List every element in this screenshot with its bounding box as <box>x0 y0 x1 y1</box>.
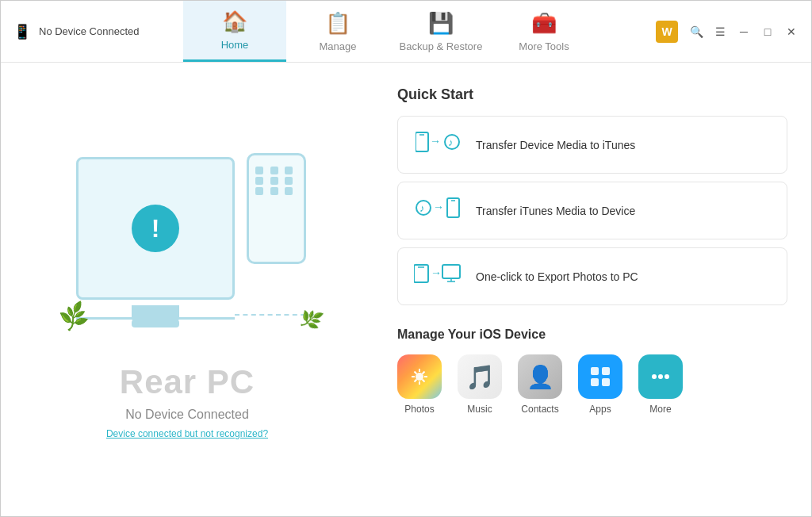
exclamation-icon: ! <box>132 205 179 252</box>
svg-text:♪: ♪ <box>419 202 425 214</box>
minimize-button[interactable]: ─ <box>733 21 754 42</box>
svg-text:→: → <box>433 201 444 213</box>
device-icon: 📱 <box>13 23 31 40</box>
phone-dot <box>285 187 293 195</box>
svg-line-25 <box>415 380 417 382</box>
music-label: Music <box>467 404 492 415</box>
phone-dot <box>270 187 278 195</box>
svg-rect-27 <box>602 367 610 375</box>
svg-rect-13 <box>442 265 460 278</box>
logo-button[interactable]: W <box>656 21 678 43</box>
monitor-illustration: ! <box>76 157 235 300</box>
device-illustration: ! 🌿 <box>44 141 330 363</box>
transfer-to-itunes-card[interactable]: → ♪ Transfer Device Media to iTunes <box>397 116 787 174</box>
tab-manage[interactable]: 📋 Manage <box>286 1 389 62</box>
svg-line-23 <box>423 380 425 382</box>
svg-line-24 <box>423 372 425 374</box>
nav-tabs: 🏠 Home 📋 Manage 💾 Backup & Restore 🧰 Mor… <box>183 1 656 62</box>
tab-moretools-label: More Tools <box>519 40 569 52</box>
main-content: ! 🌿 <box>1 63 811 517</box>
svg-point-31 <box>658 374 663 379</box>
phone-grid <box>249 155 304 201</box>
phone-illustration <box>247 153 306 264</box>
svg-text:♪: ♪ <box>448 136 454 148</box>
export-photos-icon: → <box>414 261 462 292</box>
manage-ios-title: Manage Your iOS Device <box>397 327 787 342</box>
left-panel: ! 🌿 <box>1 63 373 517</box>
quick-start-cards: → ♪ Transfer Device Media to iTunes ♪ <box>397 116 787 305</box>
photos-icon <box>397 354 442 399</box>
svg-line-22 <box>415 372 417 374</box>
more-label: More <box>649 404 671 415</box>
svg-point-32 <box>665 374 669 379</box>
svg-rect-28 <box>591 378 599 386</box>
title-bar: 📱 No Device Connected 🏠 Home 📋 Manage 💾 … <box>1 1 811 63</box>
svg-rect-29 <box>602 378 610 386</box>
menu-button[interactable]: ☰ <box>710 21 730 42</box>
leaf-right-decoration: 🌿 <box>297 306 324 333</box>
ios-music-item[interactable]: 🎵 Music <box>458 354 502 415</box>
apps-icon <box>578 354 622 399</box>
transfer-to-itunes-icon: → ♪ <box>414 129 462 160</box>
ios-icons-row: Photos 🎵 Music 👤 Contacts <box>397 354 787 415</box>
window-controls: W 🔍 ☰ ─ □ ✕ <box>656 1 811 62</box>
phone-dot <box>285 167 293 174</box>
tab-home-label: Home <box>221 39 249 51</box>
apps-label: Apps <box>589 404 611 415</box>
device-not-recognized-link[interactable]: Device connected but not recognized? <box>106 428 268 439</box>
transfer-from-itunes-card[interactable]: ♪ → Transfer iTunes Media to Device <box>397 182 787 239</box>
ios-more-item[interactable]: More <box>638 354 683 415</box>
monitor-base <box>132 320 179 327</box>
phone-dot <box>255 187 263 195</box>
transfer-from-itunes-text: Transfer iTunes Media to Device <box>476 205 635 217</box>
svg-point-30 <box>652 374 657 379</box>
svg-text:→: → <box>431 266 442 279</box>
ios-photos-item[interactable]: Photos <box>397 354 442 415</box>
quick-start-title: Quick Start <box>397 86 787 103</box>
phone-dot <box>270 167 278 174</box>
phone-dot <box>285 177 293 185</box>
contacts-label: Contacts <box>521 404 558 415</box>
pc-label: Rear PC <box>120 363 255 401</box>
device-status-text: No Device Connected <box>39 25 139 37</box>
transfer-to-itunes-text: Transfer Device Media to iTunes <box>476 139 635 151</box>
export-photos-card[interactable]: → One-click to Export Photos to PC <box>397 247 787 305</box>
monitor-stand <box>76 310 235 320</box>
tab-backup[interactable]: 💾 Backup & Restore <box>389 1 492 62</box>
maximize-button[interactable]: □ <box>757 21 778 42</box>
close-button[interactable]: ✕ <box>781 21 802 42</box>
svg-rect-26 <box>591 367 599 375</box>
music-icon: 🎵 <box>458 354 502 399</box>
tab-manage-label: Manage <box>320 40 357 52</box>
tab-home[interactable]: 🏠 Home <box>183 1 286 62</box>
no-device-text: No Device Connected <box>125 408 249 422</box>
phone-dot <box>255 167 263 174</box>
manage-icon: 📋 <box>325 11 350 36</box>
more-icon <box>638 354 683 399</box>
tab-backup-label: Backup & Restore <box>400 40 483 52</box>
phone-dot <box>255 177 263 185</box>
export-photos-text: One-click to Export Photos to PC <box>476 270 638 283</box>
svg-text:→: → <box>430 135 441 147</box>
phone-dot <box>270 177 278 185</box>
device-status-area: 📱 No Device Connected <box>1 23 183 40</box>
backup-icon: 💾 <box>428 11 454 36</box>
ios-apps-item[interactable]: Apps <box>578 354 622 415</box>
contacts-icon: 👤 <box>518 354 562 399</box>
photos-label: Photos <box>404 404 434 415</box>
home-icon: 🏠 <box>222 10 247 34</box>
tab-moretools[interactable]: 🧰 More Tools <box>492 1 596 62</box>
leaf-left-decoration: 🌿 <box>56 300 91 334</box>
right-panel: Quick Start → ♪ Transfer Devi <box>373 63 811 517</box>
transfer-from-itunes-icon: ♪ → <box>414 195 462 226</box>
ios-contacts-item[interactable]: 👤 Contacts <box>518 354 562 415</box>
search-button[interactable]: 🔍 <box>686 21 707 42</box>
moretools-icon: 🧰 <box>531 11 557 36</box>
